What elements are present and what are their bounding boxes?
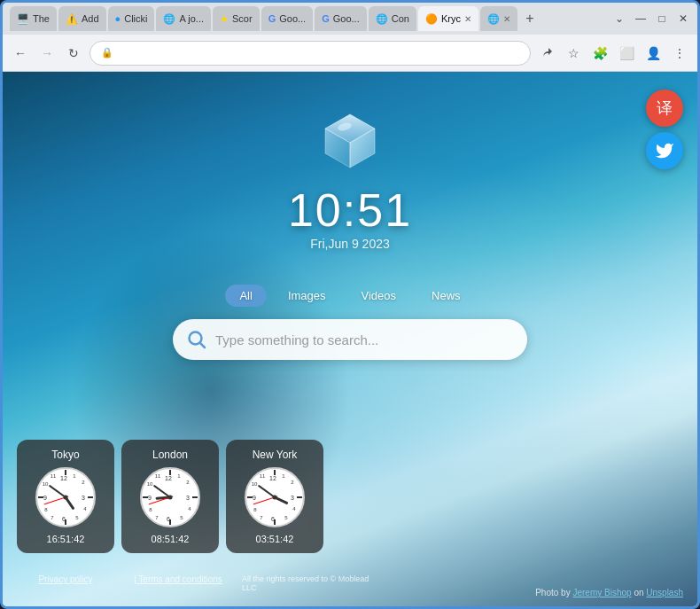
tab-kryc[interactable]: 🟠 Kryc ✕ xyxy=(418,6,478,31)
search-tab-images[interactable]: Images xyxy=(274,285,340,307)
close-button[interactable]: ✕ xyxy=(676,12,690,25)
address-input[interactable]: 🔒 xyxy=(89,41,531,66)
svg-text:3: 3 xyxy=(82,495,85,501)
footer-links: Privacy policy | Terms and conditions Al… xyxy=(17,574,387,592)
tab-clicki[interactable]: ● Clicki xyxy=(108,6,155,31)
search-bar[interactable]: Type something to search... xyxy=(173,319,527,360)
tab-x-icon[interactable]: ✕ xyxy=(503,14,510,24)
clock-london: London 12 3 6 9 1 2 4 5 7 8 xyxy=(121,440,219,553)
clock-london-city: London xyxy=(152,449,188,461)
tab-goo2[interactable]: G Goo... xyxy=(315,6,367,31)
clock-newyork: New York 12 3 6 9 1 2 4 5 7 8 xyxy=(226,440,323,553)
clocks-section: Tokyo 12 3 6 9 1 2 4 5 7 xyxy=(17,440,323,553)
page-content: 10:51 Fri,Jun 9 2023 All Images Videos N… xyxy=(3,72,697,606)
svg-text:9: 9 xyxy=(148,495,152,501)
search-tabs: All Images Videos News xyxy=(225,285,474,307)
back-button[interactable]: ← xyxy=(10,43,31,64)
tab-bar: 🖥️ The ⚠️ Add ● Clicki 🌐 A jo... ★ Scor … xyxy=(10,6,609,31)
search-section: All Images Videos News Type something to… xyxy=(173,285,527,360)
profile-icon[interactable]: 👤 xyxy=(642,43,664,64)
maximize-button[interactable]: □ xyxy=(655,12,669,25)
refresh-button[interactable]: ↻ xyxy=(63,43,84,64)
translate-icon: 译 xyxy=(657,98,673,119)
lock-icon: 🔒 xyxy=(101,47,113,59)
minimize-button[interactable]: — xyxy=(634,12,648,25)
tab-the[interactable]: 🖥️ The xyxy=(10,6,57,31)
svg-text:3: 3 xyxy=(291,495,294,501)
forward-button[interactable]: → xyxy=(36,43,58,64)
menu-icon[interactable]: ⋮ xyxy=(669,43,690,64)
svg-text:11: 11 xyxy=(260,473,266,479)
clock-newyork-face: 12 3 6 9 1 2 4 5 7 8 10 11 xyxy=(244,466,306,528)
toolbar-right: ☆ 🧩 ⬜ 👤 ⋮ xyxy=(536,43,690,64)
search-tab-all[interactable]: All xyxy=(225,285,266,307)
tab-close-icon[interactable]: ✕ xyxy=(464,14,471,24)
terms-link[interactable]: | Terms and conditions xyxy=(125,574,231,592)
tab-scor[interactable]: ★ Scor xyxy=(213,6,260,31)
tab-globe[interactable]: 🌐 ✕ xyxy=(480,6,517,31)
svg-text:10: 10 xyxy=(252,481,258,487)
svg-text:12: 12 xyxy=(60,475,67,481)
clock-tokyo-face: 12 3 6 9 1 2 4 5 7 8 10 11 xyxy=(35,466,97,528)
photo-credit-text: Photo by xyxy=(535,588,570,597)
privacy-policy-link[interactable]: Privacy policy xyxy=(17,574,114,592)
svg-text:3: 3 xyxy=(186,495,190,501)
clock-tokyo-time: 16:51:42 xyxy=(47,534,85,544)
svg-text:12: 12 xyxy=(165,475,172,481)
svg-text:10: 10 xyxy=(147,481,153,487)
clock-tokyo-city: Tokyo xyxy=(51,449,79,461)
svg-text:6: 6 xyxy=(271,516,275,522)
platform-link[interactable]: Unsplash xyxy=(646,588,683,597)
tab-add[interactable]: ⚠️ Add xyxy=(58,6,106,31)
rights-text: All the rights reserved to © Moblead LLC xyxy=(242,574,384,592)
clock-date: Fri,Jun 9 2023 xyxy=(288,237,412,251)
new-tab-button[interactable]: + xyxy=(519,8,541,29)
search-icon xyxy=(187,330,206,349)
extensions-icon[interactable]: 🧩 xyxy=(589,43,611,64)
clock-time: 10:51 xyxy=(288,187,412,233)
svg-text:11: 11 xyxy=(51,473,57,479)
svg-text:11: 11 xyxy=(155,473,161,479)
address-bar: ← → ↻ 🔒 ☆ 🧩 ⬜ 👤 ⋮ xyxy=(3,35,697,72)
ice-cube-logo xyxy=(315,107,385,178)
clock-tokyo: Tokyo 12 3 6 9 1 2 4 5 7 xyxy=(17,440,114,553)
svg-text:6: 6 xyxy=(62,516,66,522)
photographer-link[interactable]: Jeremy Bishop xyxy=(572,588,631,597)
clock-newyork-city: New York xyxy=(253,449,298,461)
clock-london-time: 08:51:42 xyxy=(152,534,190,544)
twitter-icon xyxy=(655,141,674,160)
svg-point-68 xyxy=(273,496,277,500)
search-input[interactable]: Type something to search... xyxy=(215,332,513,347)
svg-point-47 xyxy=(168,496,173,500)
tab-goo1[interactable]: G Goo... xyxy=(261,6,314,31)
svg-point-26 xyxy=(64,496,68,500)
tab-ajo[interactable]: 🌐 A jo... xyxy=(156,6,211,31)
time-display: 10:51 Fri,Jun 9 2023 xyxy=(288,187,412,251)
title-bar: 🖥️ The ⚠️ Add ● Clicki 🌐 A jo... ★ Scor … xyxy=(3,3,697,35)
chevron-down-icon[interactable]: ⌄ xyxy=(612,12,626,25)
clock-newyork-time: 03:51:42 xyxy=(256,534,294,544)
footer-photo-credit: Photo by Jeremy Bishop on Unsplash xyxy=(535,588,683,597)
window-controls: ⌄ — □ ✕ xyxy=(612,12,690,25)
svg-text:9: 9 xyxy=(253,495,256,501)
twitter-button[interactable] xyxy=(646,132,683,169)
svg-text:6: 6 xyxy=(167,516,170,522)
search-tab-videos[interactable]: Videos xyxy=(347,285,411,307)
bookmark-icon[interactable]: ☆ xyxy=(563,43,584,64)
tab-con[interactable]: 🌐 Con xyxy=(369,6,416,31)
search-tab-news[interactable]: News xyxy=(417,285,475,307)
on-text: on xyxy=(634,588,643,597)
share-icon[interactable] xyxy=(536,43,557,64)
clock-london-face: 12 3 6 9 1 2 4 5 7 8 10 11 xyxy=(139,466,201,528)
split-view-icon[interactable]: ⬜ xyxy=(616,43,637,64)
translate-button[interactable]: 译 xyxy=(646,90,683,127)
svg-line-5 xyxy=(200,343,205,347)
svg-text:10: 10 xyxy=(43,481,49,487)
svg-text:12: 12 xyxy=(269,475,276,481)
browser-window: 🖥️ The ⚠️ Add ● Clicki 🌐 A jo... ★ Scor … xyxy=(0,0,700,609)
svg-text:9: 9 xyxy=(43,495,47,501)
